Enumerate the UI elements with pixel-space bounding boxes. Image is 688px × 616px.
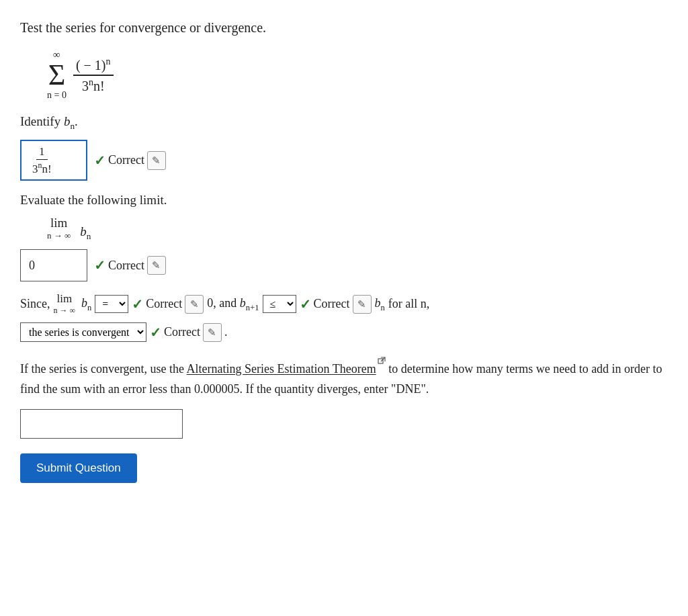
lim-text: lim: [50, 216, 67, 230]
sigma-symbol: Σ: [48, 60, 66, 90]
equals-correct-label: ✓ Correct ✎: [132, 295, 204, 314]
series-denominator: 3nn!: [79, 76, 108, 95]
limit-checkmark: ✓: [94, 257, 105, 273]
lower-bound: n = 0: [47, 90, 67, 101]
identify-bn-label: Identify bn.: [20, 114, 668, 132]
problem-title: Test the series for convergence or diver…: [20, 20, 668, 36]
conclusion-correct-label: ✓ Correct ✎ .: [150, 323, 227, 342]
equals-edit-icon[interactable]: ✎: [185, 295, 204, 314]
svg-rect-0: [378, 359, 383, 363]
series-fraction: ( − 1)n 3nn!: [73, 55, 114, 95]
limit-correct-label: ✓ Correct ✎: [94, 256, 166, 275]
equals-select[interactable]: = ≠ < >: [95, 295, 128, 313]
bn-correct-text: Correct: [108, 153, 144, 167]
conclusion-edit-icon[interactable]: ✎: [203, 323, 222, 342]
limit-correct-text: Correct: [108, 259, 144, 273]
bn-denominator: 3nn!: [30, 160, 54, 176]
bn-answer-box: 1 3nn!: [20, 140, 87, 181]
limit-expression: lim n → ∞ bn: [47, 216, 668, 241]
zero-text: 0, and bn+1: [207, 296, 259, 313]
bn-edit-icon[interactable]: ✎: [147, 151, 166, 170]
since-prefix: Since,: [20, 297, 50, 311]
conclusion-checkmark: ✓: [150, 324, 161, 341]
leq-select[interactable]: ≤ ≥ < >: [263, 295, 296, 313]
bn-checkmark: ✓: [94, 152, 105, 169]
leq-edit-icon[interactable]: ✎: [353, 295, 372, 314]
bn2-text: bn: [375, 296, 385, 313]
convergent-select[interactable]: the series is convergent the series is d…: [20, 322, 146, 342]
limit-answer-box: 0: [20, 249, 87, 281]
lim-sub: n → ∞: [47, 230, 71, 241]
since-bn: bn: [81, 296, 91, 313]
limit-answer-row: 0 ✓ Correct ✎: [20, 249, 668, 281]
equals-checkmark: ✓: [132, 296, 143, 312]
leq-checkmark: ✓: [300, 296, 311, 312]
equals-correct-text: Correct: [146, 297, 182, 311]
since-lim: lim n → ∞: [54, 292, 76, 316]
estimation-text: If the series is convergent, use the Alt…: [20, 357, 668, 398]
conclusion-row: the series is convergent the series is d…: [20, 322, 668, 342]
estimation-section: If the series is convergent, use the Alt…: [20, 357, 668, 398]
final-answer-input[interactable]: [20, 409, 183, 439]
conclusion-correct-text: Correct: [164, 325, 200, 339]
limit-display: lim n → ∞ bn: [47, 216, 668, 241]
external-link-icon: [378, 361, 386, 371]
identify-bn-row: 1 3nn! ✓ Correct ✎: [20, 140, 668, 181]
limit-edit-icon[interactable]: ✎: [147, 256, 166, 275]
series-numerator: ( − 1)n: [73, 55, 114, 76]
evaluate-limit-label: Evaluate the following limit.: [20, 193, 668, 208]
estimation-text1: If the series is convergent, use the: [20, 363, 184, 376]
alternating-series-link[interactable]: Alternating Series Estimation Theorem: [187, 363, 376, 376]
bn-correct-label: ✓ Correct ✎: [94, 151, 166, 170]
bn-fraction: 1 3nn!: [30, 145, 54, 176]
for-all-text: for all n,: [388, 297, 429, 311]
submit-button[interactable]: Submit Question: [20, 453, 137, 483]
leq-correct-text: Correct: [314, 297, 350, 311]
sigma-wrapper: ∞ Σ n = 0: [47, 49, 67, 101]
since-row: Since, lim n → ∞ bn = ≠ < > ✓ Correct ✎ …: [20, 292, 668, 316]
bn-numerator: 1: [36, 145, 48, 160]
series-display: ∞ Σ n = 0 ( − 1)n 3nn!: [47, 49, 668, 101]
lim-var: bn: [80, 224, 91, 242]
limit-answer-value: 0: [29, 259, 35, 273]
conclusion-period: .: [224, 325, 228, 339]
leq-correct-label: ✓ Correct ✎: [300, 295, 372, 314]
